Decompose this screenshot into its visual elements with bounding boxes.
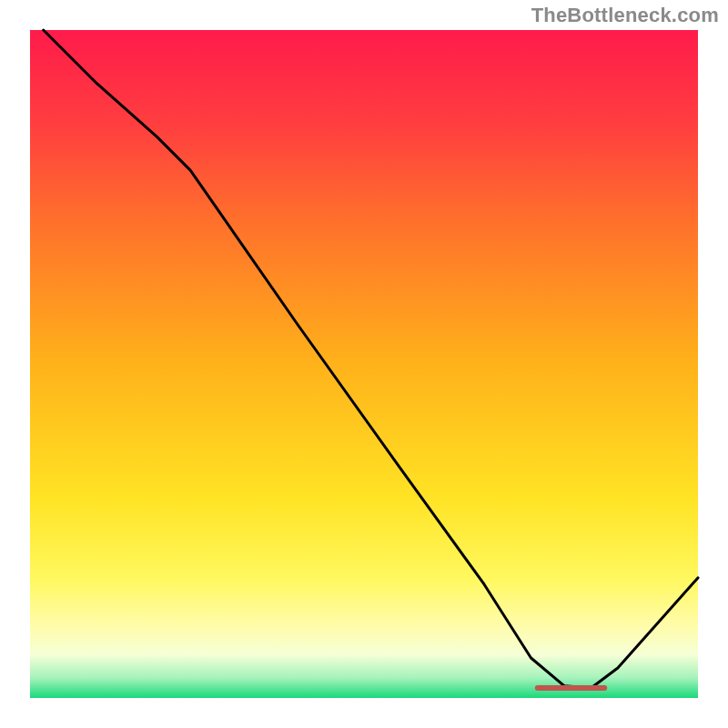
gradient-background <box>30 30 698 698</box>
chart-svg <box>0 0 728 728</box>
plot-area <box>30 30 698 698</box>
chart-stage: TheBottleneck.com <box>0 0 728 728</box>
watermark-text: TheBottleneck.com <box>531 4 719 27</box>
